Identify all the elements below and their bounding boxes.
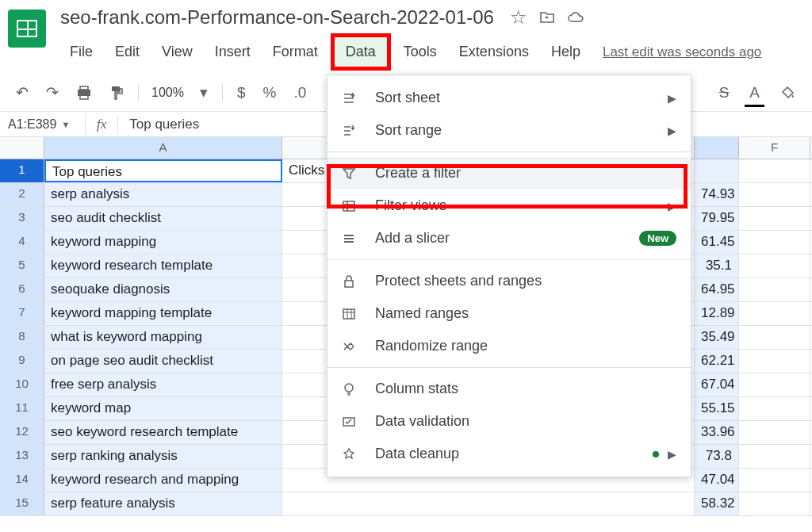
data-validation-item[interactable]: Data validation xyxy=(327,405,691,438)
row-number[interactable]: 4 xyxy=(0,231,44,254)
cell[interactable]: 61.45 xyxy=(695,231,739,254)
cell[interactable] xyxy=(739,255,810,277)
cell[interactable]: 58.32 xyxy=(695,492,739,515)
col-header-f[interactable]: F xyxy=(739,137,810,159)
cell[interactable] xyxy=(739,326,810,349)
row-number[interactable]: 9 xyxy=(0,350,44,373)
cell[interactable]: seoquake diagnosis xyxy=(44,278,282,301)
sort-range-item[interactable]: Sort range ▶ xyxy=(327,114,691,147)
zoom-level[interactable]: 100% xyxy=(148,86,187,100)
zoom-dropdown-icon[interactable]: ▾ xyxy=(195,80,213,105)
cell[interactable] xyxy=(739,302,810,325)
row-number[interactable]: 15 xyxy=(0,492,44,515)
menu-help[interactable]: Help xyxy=(542,40,590,63)
row-number[interactable]: 3 xyxy=(0,207,44,230)
cell[interactable]: serp feature analysis xyxy=(44,492,282,515)
cell[interactable]: keyword map xyxy=(44,397,282,420)
row-number[interactable]: 14 xyxy=(0,469,44,492)
cell[interactable]: keyword research and mapping xyxy=(44,469,282,492)
cell[interactable]: Top queries xyxy=(44,159,282,182)
decimal-button[interactable]: .0 xyxy=(289,81,311,105)
filter-views-item[interactable]: Filter views ▶ xyxy=(327,189,691,222)
fill-color-button[interactable] xyxy=(776,82,801,104)
name-box[interactable]: A1:E389 ▼ xyxy=(0,114,86,135)
cell[interactable]: seo keyword research template xyxy=(44,421,282,444)
menu-file[interactable]: File xyxy=(60,40,102,63)
cell[interactable]: 67.04 xyxy=(695,373,739,396)
cell[interactable]: 55.15 xyxy=(695,397,739,420)
currency-button[interactable]: $ xyxy=(232,81,251,105)
cell[interactable]: 64.95 xyxy=(695,278,739,301)
cell[interactable]: 47.04 xyxy=(695,469,739,492)
paint-format-button[interactable] xyxy=(105,82,128,104)
cell[interactable] xyxy=(739,183,810,206)
cell[interactable] xyxy=(282,492,695,515)
cell[interactable]: keyword mapping template xyxy=(44,302,282,325)
menu-data[interactable]: Data xyxy=(331,33,391,71)
menu-format[interactable]: Format xyxy=(263,40,327,63)
cloud-icon[interactable] xyxy=(567,9,584,26)
randomize-range-item[interactable]: Randomize range xyxy=(327,330,691,362)
cell[interactable]: 35.49 xyxy=(695,326,739,349)
menu-insert[interactable]: Insert xyxy=(205,40,260,63)
cell[interactable] xyxy=(739,469,810,492)
cell[interactable]: what is keyword mapping xyxy=(44,326,282,349)
cell[interactable] xyxy=(739,207,810,230)
menu-edit[interactable]: Edit xyxy=(105,40,149,63)
cell[interactable]: on page seo audit checklist xyxy=(44,350,282,373)
cell[interactable]: serp ranking analysis xyxy=(44,445,282,468)
row-number[interactable]: 12 xyxy=(0,421,44,444)
cell[interactable]: 62.21 xyxy=(695,350,739,373)
named-ranges-item[interactable]: Named ranges xyxy=(327,297,691,330)
text-color-button[interactable]: A xyxy=(745,81,764,105)
row-number[interactable]: 5 xyxy=(0,255,44,277)
column-stats-item[interactable]: Column stats xyxy=(327,373,691,405)
cell[interactable] xyxy=(739,231,810,254)
cell[interactable] xyxy=(695,159,739,182)
cell[interactable] xyxy=(739,421,810,444)
redo-button[interactable]: ↷ xyxy=(41,80,63,105)
percent-button[interactable]: % xyxy=(259,81,282,105)
menu-tools[interactable]: Tools xyxy=(394,40,446,63)
row-number[interactable]: 6 xyxy=(0,278,44,301)
strikethrough-button[interactable]: S xyxy=(714,81,734,105)
move-icon[interactable] xyxy=(538,9,556,26)
row-number[interactable]: 2 xyxy=(0,183,44,206)
document-title[interactable]: seo-frank.com-Performance-on-Search-2022… xyxy=(60,6,494,29)
cell[interactable] xyxy=(739,373,810,396)
star-icon[interactable]: ☆ xyxy=(510,9,527,26)
row-number[interactable]: 10 xyxy=(0,373,44,396)
row-number[interactable]: 7 xyxy=(0,302,44,325)
create-filter-item[interactable]: Create a filter xyxy=(327,157,691,189)
cell[interactable] xyxy=(739,445,810,468)
cell[interactable]: keyword research template xyxy=(44,255,282,277)
cell[interactable]: 35.1 xyxy=(695,255,739,277)
cell[interactable] xyxy=(739,278,810,301)
undo-button[interactable]: ↶ xyxy=(11,80,33,105)
cell[interactable]: seo audit checklist xyxy=(44,207,282,230)
last-edit-link[interactable]: Last edit was seconds ago xyxy=(603,44,761,60)
cell[interactable]: 74.93 xyxy=(695,183,739,206)
cell[interactable] xyxy=(739,350,810,373)
menu-extensions[interactable]: Extensions xyxy=(450,40,538,63)
cell[interactable] xyxy=(739,492,810,515)
data-cleanup-item[interactable]: Data cleanup ▶ xyxy=(327,438,691,470)
cell[interactable]: 33.96 xyxy=(695,421,739,444)
cell[interactable]: 79.95 xyxy=(695,207,739,230)
row-number[interactable]: 13 xyxy=(0,445,44,468)
cell[interactable] xyxy=(739,159,810,182)
cell[interactable]: 12.89 xyxy=(695,302,739,325)
cell[interactable]: 73.8 xyxy=(695,445,739,468)
row-number[interactable]: 11 xyxy=(0,397,44,420)
cell[interactable]: keyword mapping xyxy=(44,231,282,254)
cell[interactable]: free serp analysis xyxy=(44,373,282,396)
menu-view[interactable]: View xyxy=(152,40,202,63)
col-header-a[interactable]: A xyxy=(44,137,282,159)
add-slicer-item[interactable]: Add a slicer New xyxy=(327,222,691,255)
protect-sheets-item[interactable]: Protect sheets and ranges xyxy=(327,265,691,297)
row-number[interactable]: 1 xyxy=(0,159,44,182)
row-number[interactable]: 8 xyxy=(0,326,44,349)
sort-sheet-item[interactable]: Sort sheet ▶ xyxy=(327,82,691,114)
cell[interactable]: serp analysis xyxy=(44,183,282,206)
formula-input[interactable]: Top queries xyxy=(118,117,210,132)
